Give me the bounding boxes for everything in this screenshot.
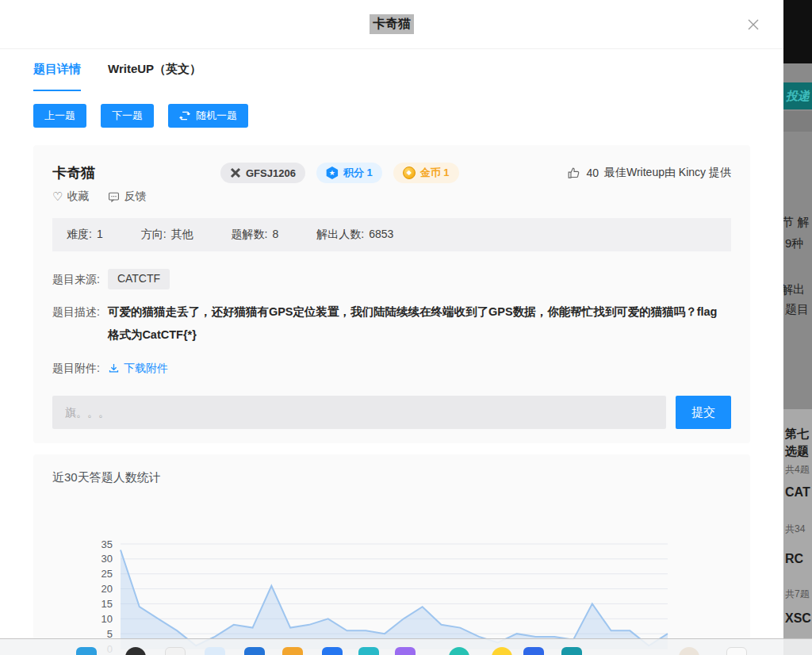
modal-header: 卡奇猫: [0, 0, 783, 49]
taskbar-app-icon[interactable]: [358, 647, 379, 655]
taskbar-app-icon[interactable]: [125, 647, 146, 655]
background-category-title: 选题: [785, 444, 809, 459]
background-banner-image: [783, 0, 812, 63]
description-row: 题目描述: 可爱的猫猫走丢了，还好猫猫有GPS定位装置，我们陆陆续续在终端收到了…: [52, 301, 731, 347]
taskbar-app-icon[interactable]: [726, 647, 747, 655]
challenge-info-card: 卡奇猫 GFSJ1206 ★ 积分 1 ◆ 金币 1: [33, 145, 750, 443]
source-label: 题目来源:: [52, 269, 100, 289]
challenge-modal: 卡奇猫 题目详情 WriteUP（英文） 上一题 下一题 随机一题: [0, 0, 783, 655]
svg-text:30: 30: [102, 553, 113, 565]
description-text: 可爱的猫猫走丢了，还好猫猫有GPS定位装置，我们陆陆续续在终端收到了GPS数据，…: [108, 301, 718, 347]
tab-writeup[interactable]: WriteUP（英文）: [108, 49, 201, 91]
heart-icon: ♡: [52, 190, 63, 204]
background-category-title: CAT: [785, 485, 810, 500]
comment-icon: [108, 191, 120, 203]
chart-card: 近30天答题人数统计 35302520151050: [33, 454, 750, 655]
svg-text:10: 10: [102, 613, 113, 625]
attachment-row: 题目附件: 下载附件: [52, 358, 731, 378]
background-submit-button[interactable]: 投递: [783, 82, 812, 109]
shuffle-icon: [179, 110, 190, 121]
stat-category: 方向:其他: [141, 228, 193, 242]
challenge-id-badge: GFSJ1206: [220, 163, 305, 183]
next-question-button[interactable]: 下一题: [101, 104, 154, 128]
close-icon[interactable]: [745, 17, 761, 33]
taskbar-app-icon[interactable]: [523, 647, 544, 655]
tab-challenge-details[interactable]: 题目详情: [33, 49, 81, 91]
svg-text:25: 25: [102, 568, 113, 580]
stat-difficulty: 难度:1: [67, 228, 103, 242]
taskbar-app-icon[interactable]: [322, 647, 343, 655]
taskbar-app-icon[interactable]: [492, 647, 512, 655]
background-text-fragment: 节 解: [783, 215, 809, 230]
gold-coin-icon: ◆: [403, 167, 416, 179]
prev-question-button[interactable]: 上一题: [33, 104, 86, 128]
taskbar-app-icon[interactable]: [165, 647, 186, 655]
background-text-fragment: 9种: [785, 236, 803, 251]
taskbar-app-icon[interactable]: [449, 647, 469, 655]
random-question-label: 随机一题: [196, 109, 237, 123]
challenge-name: 卡奇猫: [52, 163, 220, 182]
favorite-button[interactable]: ♡ 收藏: [52, 190, 89, 204]
background-category-title: RC: [785, 552, 803, 566]
score-badge: ★ 积分 1: [316, 163, 382, 183]
modal-body: 上一题 下一题 随机一题 卡奇猫 GFSJ1206: [0, 91, 783, 655]
background-text-fragment: 解出: [783, 282, 805, 297]
background-category-title: XSC: [785, 611, 811, 626]
svg-text:20: 20: [102, 583, 113, 595]
background-category-count: 共34: [785, 523, 805, 536]
chart-title: 近30天答题人数统计: [52, 470, 731, 485]
platform-logo-icon: [230, 167, 241, 178]
favorite-feedback-row: ♡ 收藏 反馈: [52, 190, 731, 204]
taskbar-app-icon[interactable]: [76, 647, 97, 655]
source-value-badge: CATCTF: [108, 269, 170, 289]
submit-flag-button[interactable]: 提交: [676, 396, 731, 429]
coin-badge: ◆ 金币 1: [393, 163, 459, 183]
feedback-button[interactable]: 反馈: [108, 190, 146, 204]
background-text-fragment: 题目: [785, 302, 809, 317]
like-count: 40: [586, 167, 599, 179]
random-question-button[interactable]: 随机一题: [168, 104, 248, 128]
stat-writeup-count: 题解数:8: [232, 228, 279, 242]
flag-submit-row: 提交: [52, 396, 731, 429]
taskbar-app-icon[interactable]: [679, 647, 699, 655]
best-writeup-credit: 40 最佳Writeup由 Kincy 提供: [567, 166, 731, 180]
background-category-count: 共7题: [785, 588, 810, 601]
taskbar-app-icon[interactable]: [282, 647, 303, 655]
taskbar-app-icon[interactable]: [561, 647, 582, 655]
source-row: 题目来源: CATCTF: [52, 269, 731, 289]
tab-bar: 题目详情 WriteUP（英文）: [0, 49, 783, 91]
taskbar-app-icon[interactable]: [395, 647, 416, 655]
flag-input[interactable]: [52, 396, 666, 429]
writeup-credit-text: 最佳Writeup由 Kincy 提供: [604, 166, 731, 180]
modal-title: 卡奇猫: [370, 14, 414, 34]
taskbar-app-icon[interactable]: [244, 647, 265, 655]
thumbs-up-icon[interactable]: [567, 167, 580, 180]
stat-solver-count: 解出人数:6853: [316, 228, 393, 242]
taskbar-app-icon[interactable]: [205, 647, 225, 655]
svg-text:15: 15: [102, 598, 113, 610]
download-attachment-link[interactable]: 下载附件: [108, 358, 168, 378]
background-category-count: 共4题: [785, 463, 810, 477]
download-icon: [108, 362, 120, 374]
background-page-strip: 投递 节 解 9种 解出 题目 第七 选题 共4题 CAT 共34 RC 共7题…: [783, 0, 812, 655]
score-hex-icon: ★: [326, 167, 339, 179]
challenge-title-row: 卡奇猫 GFSJ1206 ★ 积分 1 ◆ 金币 1: [52, 163, 731, 183]
background-divider-band: [783, 111, 812, 132]
description-label: 题目描述:: [52, 301, 100, 347]
svg-text:35: 35: [102, 541, 113, 550]
stats-bar: 难度:1 方向:其他 题解数:8 解出人数:6853: [52, 218, 731, 251]
attachment-label: 题目附件:: [52, 358, 100, 378]
background-category-title: 第七: [785, 427, 809, 442]
windows-taskbar[interactable]: [0, 638, 812, 655]
nav-button-row: 上一题 下一题 随机一题: [33, 104, 750, 128]
